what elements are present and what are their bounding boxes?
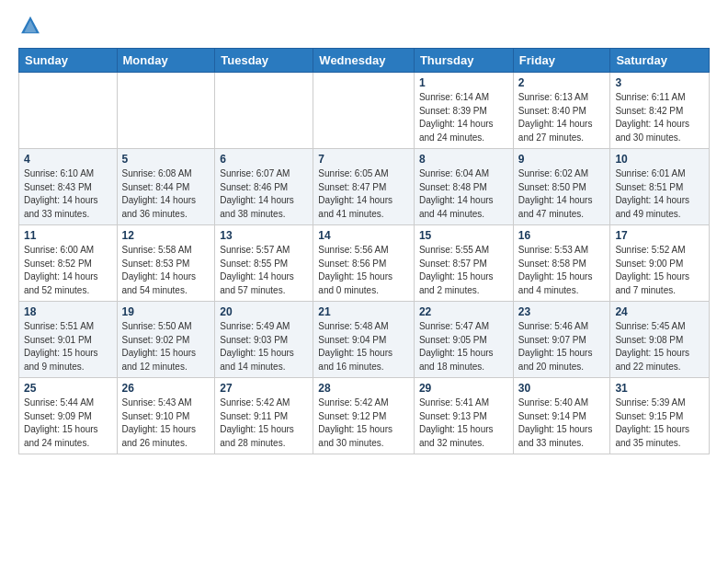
day-number: 2 [518,76,606,89]
day-number: 1 [419,76,508,89]
day-info: Sunrise: 5:43 AM Sunset: 9:10 PM Dayligh… [122,396,210,450]
calendar-cell: 8Sunrise: 6:04 AM Sunset: 8:48 PM Daylig… [414,149,513,225]
day-info: Sunrise: 5:49 AM Sunset: 9:03 PM Dayligh… [220,320,308,373]
day-number: 12 [122,229,210,242]
calendar-cell: 11Sunrise: 6:00 AM Sunset: 8:52 PM Dayli… [19,225,118,302]
day-number: 11 [24,229,112,242]
day-number: 6 [220,153,308,166]
calendar-cell: 29Sunrise: 5:41 AM Sunset: 9:13 PM Dayli… [414,378,513,454]
day-number: 3 [615,76,704,89]
calendar-cell: 26Sunrise: 5:43 AM Sunset: 9:10 PM Dayli… [117,378,215,454]
day-info: Sunrise: 5:53 AM Sunset: 8:58 PM Dayligh… [518,244,606,297]
weekday-header: Friday [513,49,610,73]
day-info: Sunrise: 6:04 AM Sunset: 8:48 PM Dayligh… [419,167,508,221]
day-info: Sunrise: 5:45 AM Sunset: 9:08 PM Dayligh… [615,320,704,373]
calendar-cell: 22Sunrise: 5:47 AM Sunset: 9:05 PM Dayli… [414,302,513,378]
calendar-cell: 24Sunrise: 5:45 AM Sunset: 9:08 PM Dayli… [610,302,710,378]
day-info: Sunrise: 5:41 AM Sunset: 9:13 PM Dayligh… [419,396,508,450]
calendar-cell: 16Sunrise: 5:53 AM Sunset: 8:58 PM Dayli… [513,225,610,302]
day-number: 13 [220,229,308,242]
calendar-cell: 13Sunrise: 5:57 AM Sunset: 8:55 PM Dayli… [215,225,313,302]
calendar-cell: 6Sunrise: 6:07 AM Sunset: 8:46 PM Daylig… [215,149,313,225]
weekday-header: Sunday [19,49,118,73]
calendar-cell [19,73,118,149]
calendar-cell: 27Sunrise: 5:42 AM Sunset: 9:11 PM Dayli… [215,378,313,454]
day-number: 23 [518,305,606,318]
calendar-cell: 18Sunrise: 5:51 AM Sunset: 9:01 PM Dayli… [19,302,118,378]
day-number: 20 [220,305,308,318]
calendar-cell: 19Sunrise: 5:50 AM Sunset: 9:02 PM Dayli… [117,302,215,378]
calendar-cell [117,73,215,149]
weekday-header: Thursday [414,49,513,73]
day-number: 18 [24,305,112,318]
day-info: Sunrise: 6:05 AM Sunset: 8:47 PM Dayligh… [318,167,409,221]
calendar-week-row: 25Sunrise: 5:44 AM Sunset: 9:09 PM Dayli… [19,378,710,454]
calendar-cell: 21Sunrise: 5:48 AM Sunset: 9:04 PM Dayli… [313,302,415,378]
day-number: 16 [518,229,606,242]
calendar: SundayMondayTuesdayWednesdayThursdayFrid… [18,48,710,454]
calendar-cell: 15Sunrise: 5:55 AM Sunset: 8:57 PM Dayli… [414,225,513,302]
weekday-header: Monday [117,49,215,73]
calendar-cell [215,73,313,149]
calendar-cell: 28Sunrise: 5:42 AM Sunset: 9:12 PM Dayli… [313,378,415,454]
calendar-cell: 31Sunrise: 5:39 AM Sunset: 9:15 PM Dayli… [610,378,710,454]
day-info: Sunrise: 6:10 AM Sunset: 8:43 PM Dayligh… [24,167,112,221]
day-number: 28 [318,382,409,395]
calendar-cell: 14Sunrise: 5:56 AM Sunset: 8:56 PM Dayli… [313,225,415,302]
day-info: Sunrise: 5:52 AM Sunset: 9:00 PM Dayligh… [615,244,704,297]
calendar-cell: 7Sunrise: 6:05 AM Sunset: 8:47 PM Daylig… [313,149,415,225]
day-number: 9 [518,153,606,166]
day-number: 31 [615,382,704,395]
day-number: 30 [518,382,606,395]
logo-icon [20,15,40,35]
day-number: 10 [615,153,704,166]
day-info: Sunrise: 6:07 AM Sunset: 8:46 PM Dayligh… [220,167,308,221]
day-number: 4 [24,153,112,166]
logo [18,15,44,39]
calendar-header-row: SundayMondayTuesdayWednesdayThursdayFrid… [19,49,710,73]
calendar-cell [313,73,415,149]
calendar-cell: 10Sunrise: 6:01 AM Sunset: 8:51 PM Dayli… [610,149,710,225]
day-info: Sunrise: 5:50 AM Sunset: 9:02 PM Dayligh… [122,320,210,373]
day-info: Sunrise: 5:51 AM Sunset: 9:01 PM Dayligh… [24,320,112,373]
calendar-cell: 9Sunrise: 6:02 AM Sunset: 8:50 PM Daylig… [513,149,610,225]
calendar-cell: 1Sunrise: 6:14 AM Sunset: 8:39 PM Daylig… [414,73,513,149]
day-number: 15 [419,229,508,242]
calendar-cell: 5Sunrise: 6:08 AM Sunset: 8:44 PM Daylig… [117,149,215,225]
calendar-cell: 23Sunrise: 5:46 AM Sunset: 9:07 PM Dayli… [513,302,610,378]
calendar-cell: 3Sunrise: 6:11 AM Sunset: 8:42 PM Daylig… [610,73,710,149]
calendar-week-row: 18Sunrise: 5:51 AM Sunset: 9:01 PM Dayli… [19,302,710,378]
day-info: Sunrise: 5:39 AM Sunset: 9:15 PM Dayligh… [615,396,704,450]
calendar-week-row: 4Sunrise: 6:10 AM Sunset: 8:43 PM Daylig… [19,149,710,225]
day-number: 29 [419,382,508,395]
weekday-header: Tuesday [215,49,313,73]
day-number: 24 [615,305,704,318]
calendar-cell: 17Sunrise: 5:52 AM Sunset: 9:00 PM Dayli… [610,225,710,302]
day-info: Sunrise: 5:47 AM Sunset: 9:05 PM Dayligh… [419,320,508,373]
day-info: Sunrise: 5:44 AM Sunset: 9:09 PM Dayligh… [24,396,112,450]
day-info: Sunrise: 6:01 AM Sunset: 8:51 PM Dayligh… [615,167,704,221]
day-info: Sunrise: 6:08 AM Sunset: 8:44 PM Dayligh… [122,167,210,221]
day-number: 14 [318,229,409,242]
page: SundayMondayTuesdayWednesdayThursdayFrid… [0,0,728,469]
day-info: Sunrise: 6:02 AM Sunset: 8:50 PM Dayligh… [518,167,606,221]
day-number: 7 [318,153,409,166]
day-info: Sunrise: 5:42 AM Sunset: 9:12 PM Dayligh… [318,396,409,450]
day-number: 26 [122,382,210,395]
calendar-cell: 4Sunrise: 6:10 AM Sunset: 8:43 PM Daylig… [19,149,118,225]
calendar-week-row: 11Sunrise: 6:00 AM Sunset: 8:52 PM Dayli… [19,225,710,302]
day-info: Sunrise: 5:48 AM Sunset: 9:04 PM Dayligh… [318,320,409,373]
calendar-cell: 25Sunrise: 5:44 AM Sunset: 9:09 PM Dayli… [19,378,118,454]
day-number: 5 [122,153,210,166]
day-info: Sunrise: 5:55 AM Sunset: 8:57 PM Dayligh… [419,244,508,297]
day-info: Sunrise: 6:14 AM Sunset: 8:39 PM Dayligh… [419,91,508,144]
day-info: Sunrise: 6:00 AM Sunset: 8:52 PM Dayligh… [24,244,112,297]
day-number: 27 [220,382,308,395]
calendar-cell: 2Sunrise: 6:13 AM Sunset: 8:40 PM Daylig… [513,73,610,149]
day-info: Sunrise: 6:11 AM Sunset: 8:42 PM Dayligh… [615,91,704,144]
day-number: 22 [419,305,508,318]
day-info: Sunrise: 6:13 AM Sunset: 8:40 PM Dayligh… [518,91,606,144]
calendar-cell: 20Sunrise: 5:49 AM Sunset: 9:03 PM Dayli… [215,302,313,378]
day-number: 19 [122,305,210,318]
day-info: Sunrise: 5:42 AM Sunset: 9:11 PM Dayligh… [220,396,308,450]
